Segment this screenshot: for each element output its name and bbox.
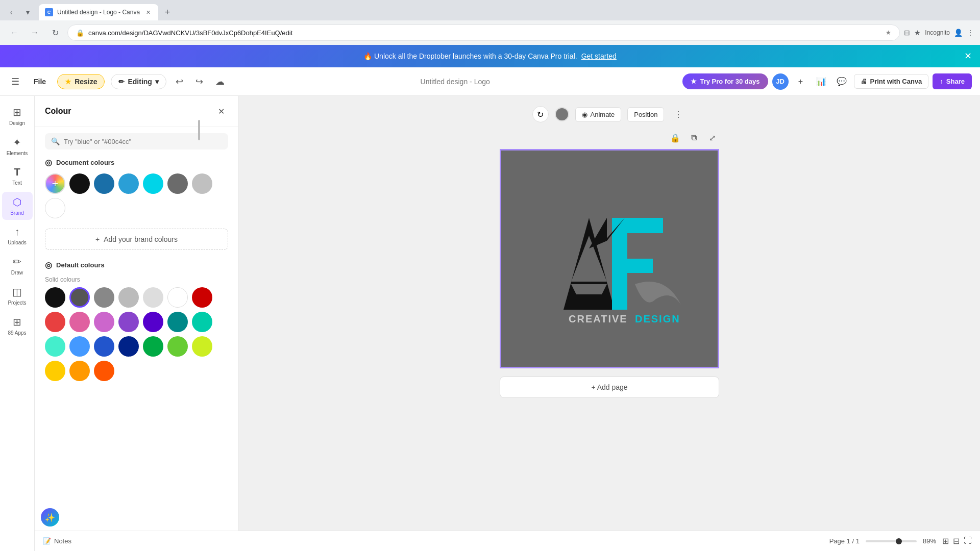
sidebar-item-elements[interactable]: ✦ Elements [2,132,33,160]
more-options-btn[interactable]: ⋮ [670,106,687,122]
animate-label: Animate [591,111,615,118]
resize-btn[interactable]: ★ Resize [57,74,105,89]
sidebar-item-design[interactable]: ⊞ Design [2,102,33,130]
solid-light-red[interactable] [45,312,65,332]
tab-list-btn[interactable]: ▾ [20,5,35,19]
position-btn[interactable]: Position [627,107,664,122]
edit-mode-btn[interactable]: ✏ Editing ▾ [111,74,166,89]
zoom-slider[interactable] [866,540,917,542]
canvas-frame[interactable]: CREATIVE DESIGN [500,149,719,368]
colour-white[interactable] [45,198,65,218]
settings-icon[interactable]: ⋮ [967,29,974,37]
solid-light-purple[interactable] [94,312,114,332]
solid-dark-blue[interactable] [118,336,139,357]
sidebar-apps-label: 89 Apps [8,330,26,336]
grid-view-icon[interactable]: ⊞ [942,536,949,546]
sidebar-design-label: Design [9,120,25,126]
svg-text:CREATIVE: CREATIVE [569,313,628,324]
analytics-btn[interactable]: 📊 [813,73,829,90]
try-pro-btn[interactable]: ★ Try Pro for 30 days [682,73,768,89]
user-avatar[interactable]: JD [772,73,789,90]
solid-light-gray[interactable] [118,287,139,308]
solid-yellow[interactable] [45,361,65,381]
solid-sky-blue[interactable] [69,336,90,357]
colour-medium-blue[interactable] [118,173,139,194]
view-icons: ⊞ ⊟ ⛶ [942,536,972,546]
save-btn[interactable]: ☁ [212,73,228,90]
solid-red[interactable] [192,287,212,308]
solid-turquoise[interactable] [45,336,65,357]
add-brand-label: Add your brand colours [104,235,178,243]
sidebar-item-brand[interactable]: ⬡ Brand [2,192,33,220]
colour-black[interactable] [69,173,90,194]
solid-teal[interactable] [167,312,188,332]
panel-close-btn[interactable]: ✕ [214,104,228,118]
list-view-icon[interactable]: ⊟ [953,536,960,546]
solid-light-green[interactable] [167,336,188,357]
colour-cyan[interactable] [143,173,163,194]
colour-dark-blue[interactable] [94,173,114,194]
banner-link[interactable]: Get started [581,52,617,60]
lock-icon[interactable]: 🔒 [668,131,682,145]
hamburger-menu-btn[interactable]: ☰ [8,73,22,90]
solid-dark-purple[interactable] [143,312,163,332]
expand-icon[interactable]: ⤢ [705,131,719,145]
active-tab[interactable]: C Untitled design - Logo - Canva ✕ [39,4,158,20]
fullscreen-icon[interactable]: ⛶ [964,536,972,546]
colour-light-gray[interactable] [192,173,212,194]
forward-btn[interactable]: → [27,24,43,41]
add-colour-btn[interactable]: + [45,173,65,194]
solid-orange[interactable] [69,361,90,381]
file-menu-btn[interactable]: File [29,74,51,89]
solid-light-teal[interactable] [192,312,212,332]
refresh-btn[interactable]: ↻ [532,106,549,122]
tab-prev-btn[interactable]: ‹ [4,5,18,19]
solid-dark-gray[interactable] [69,287,90,308]
redo-btn[interactable]: ↪ [192,73,206,90]
print-btn[interactable]: 🖨 Print with Canva [854,74,929,89]
undo-btn[interactable]: ↩ [173,73,186,90]
add-profile-btn[interactable]: + [793,73,809,90]
solid-pink[interactable] [69,312,90,332]
solid-white[interactable] [167,287,188,308]
solid-dark-orange[interactable] [94,361,114,381]
solid-gray[interactable] [94,287,114,308]
colour-gray[interactable] [167,173,188,194]
sidebar-item-apps[interactable]: ⊞ 89 Apps [2,312,33,340]
bookmark-icon[interactable]: ★ [914,29,921,37]
banner-close-btn[interactable]: ✕ [964,51,972,62]
canvas-colour-preview[interactable] [555,107,569,121]
reload-btn[interactable]: ↻ [47,24,63,41]
add-page-btn[interactable]: + Add page [500,377,719,398]
solid-lighter-gray[interactable] [143,287,163,308]
profile-icon[interactable]: 👤 [954,29,963,37]
browser-tab-bar: ‹ ▾ C Untitled design - Logo - Canva ✕ + [0,0,980,20]
panel-header: Colour ✕ [35,96,238,127]
new-tab-btn[interactable]: + [160,5,175,19]
comments-btn[interactable]: 💬 [834,73,850,90]
default-colours-label: Default colours [56,261,105,269]
extension-icon[interactable]: ⊟ [904,29,910,37]
sidebar-item-projects[interactable]: ◫ Projects [2,282,33,310]
resize-star-icon: ★ [65,78,71,86]
tab-close-btn[interactable]: ✕ [144,8,152,16]
sidebar-item-draw[interactable]: ✏ Draw [2,252,33,280]
sidebar-item-uploads[interactable]: ↑ Uploads [2,222,33,249]
color-search-bar[interactable]: 🔍 [45,133,228,149]
url-bar[interactable]: 🔒 canva.com/design/DAGVwdNCKVU/3sBF0dvJx… [67,24,900,41]
panel-scroll-area[interactable]: 🔍 ◎ Document colours + [35,127,238,551]
solid-yellow-green[interactable] [192,336,212,357]
sidebar-item-text[interactable]: T Text [2,162,33,190]
duplicate-icon[interactable]: ⧉ [687,131,701,145]
share-btn[interactable]: ↑ Share [933,73,972,89]
add-brand-colours-btn[interactable]: + Add your brand colours [45,229,228,250]
zoom-thumb[interactable] [896,538,902,544]
solid-green[interactable] [143,336,163,357]
page-info: Page 1 / 1 [829,537,860,545]
solid-medium-purple[interactable] [118,312,139,332]
solid-black[interactable] [45,287,65,308]
back-btn[interactable]: ← [6,24,22,41]
solid-medium-blue[interactable] [94,336,114,357]
animate-btn[interactable]: ◉ Animate [575,107,622,122]
document-colours-header: ◎ Document colours [45,158,228,167]
